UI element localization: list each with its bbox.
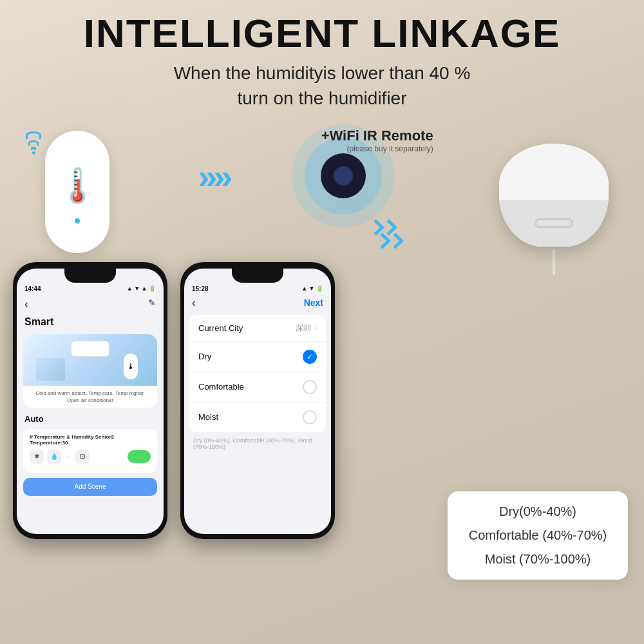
moist-label: Moist (198, 412, 218, 422)
phone-1-card: 🌡 Cold and warm detect, Temp care, Temp … (23, 334, 157, 408)
info-box: Dry(0%-40%) Comfortable (40%-70%) Moist … (448, 491, 628, 580)
speaker-ring (535, 218, 573, 228)
phone-1-signal: ▲ ▼ ▲ 🔋 (127, 285, 156, 292)
header: INTELLIGENT LINKAGE When the humidityis … (0, 0, 644, 111)
phone-2-screen: 15:28 ▲ ▼ 🔋 ‹ Next Current City 深圳 › (184, 269, 331, 534)
phone-1: 14:44 ▲ ▼ ▲ 🔋 ‹ ✎ Smart 🌡 Cold and warm … (13, 262, 167, 539)
sensor-device: 🌡️ (45, 131, 109, 253)
phone-1-screen: 14:44 ▲ ▼ ▲ 🔋 ‹ ✎ Smart 🌡 Cold and warm … (17, 269, 164, 534)
next-button[interactable]: Next (304, 298, 323, 308)
phone-1-back-button[interactable]: ‹ (24, 298, 28, 311)
redirect-arrows (370, 222, 401, 247)
subtitle-line1: When the humidityis lower than 40 % (0, 61, 644, 86)
current-city-value: 深圳 › (296, 323, 317, 334)
comfortable-item[interactable]: Comfortable (189, 372, 326, 402)
current-city-item[interactable]: Current City 深圳 › (189, 315, 326, 342)
sensor-indicator (75, 218, 80, 223)
phone-2: 15:28 ▲ ▼ 🔋 ‹ Next Current City 深圳 › (180, 262, 335, 539)
plug-icon: ⊡ (75, 450, 90, 464)
dry-label: Dry (198, 352, 211, 361)
subtitle: When the humidityis lower than 40 % turn… (0, 61, 644, 111)
phone-1-rule-card: If Temperature & Humidity Senior2 Temper… (23, 429, 157, 473)
phone-2-back-button[interactable]: ‹ (192, 296, 196, 310)
current-city-label: Current City (198, 323, 243, 333)
ir-remote-subtitle: (please buy it separately) (321, 144, 433, 153)
phone-1-card-image: 🌡 (23, 334, 157, 386)
smart-speaker (483, 144, 625, 275)
dry-check-icon: ✓ (303, 350, 317, 364)
phone-1-rule-row: ❄ 💧 → ⊡ (30, 450, 151, 464)
ir-remote-label: +WiFi IR Remote (please buy it separatel… (321, 128, 433, 153)
city-name: 深圳 (296, 323, 311, 334)
arrows-area: »» (198, 156, 229, 196)
add-scene-button[interactable]: Add Scene (23, 478, 157, 496)
dry-item[interactable]: Dry ✓ (189, 342, 326, 372)
sensor-area: 🌡️ (19, 131, 135, 253)
humidity-icon: 💧 (47, 450, 61, 464)
speaker-bottom (499, 200, 609, 247)
info-item-comfortable: Comfortable (40%-70%) (467, 528, 609, 543)
moist-item[interactable]: Moist (189, 402, 326, 432)
wifi-signal-icon (26, 124, 41, 156)
phone-2-notch (232, 269, 283, 283)
ir-remote-area: +WiFi IR Remote (please buy it separatel… (292, 124, 421, 227)
chevron-right-icon: › (314, 323, 317, 332)
phone-1-time: 14:44 (24, 285, 41, 292)
arrow-icon: → (64, 452, 72, 461)
sofa-icon (36, 358, 65, 381)
main-title: INTELLIGENT LINKAGE (0, 12, 644, 55)
speaker-body (499, 144, 609, 247)
thermometer-icon: 🌡️ (57, 166, 99, 205)
ir-remote-title: +WiFi IR Remote (321, 128, 433, 144)
humidity-hint: Dry (0%-40%), Comfortable (40%-70%), Moi… (184, 432, 331, 455)
speaker-top (499, 144, 609, 200)
phone-1-section-title: Smart (17, 314, 164, 330)
phone-2-signal: ▲ ▼ 🔋 (301, 285, 323, 292)
snowflake-icon: ❄ (30, 450, 44, 464)
info-item-moist: Moist (70%-100%) (467, 552, 609, 567)
comfortable-radio[interactable] (303, 380, 317, 394)
comfortable-label: Comfortable (198, 382, 244, 392)
phone-2-list: Current City 深圳 › Dry ✓ Comfortable (189, 315, 326, 432)
moist-radio[interactable] (303, 410, 317, 424)
phone-1-nav: ‹ ✎ (17, 295, 164, 314)
phone-2-nav: ‹ Next (184, 295, 331, 315)
sensor-small-icon: 🌡 (124, 354, 138, 379)
speaker-cable (553, 249, 555, 275)
subtitle-line2: turn on the humidifier (0, 86, 644, 111)
info-item-dry: Dry(0%-40%) (467, 504, 609, 519)
ir-device-center (334, 166, 353, 185)
phone-2-time: 15:28 (192, 285, 209, 292)
phone-1-notch (64, 269, 116, 283)
page-content: INTELLIGENT LINKAGE When the humidityis … (0, 0, 644, 644)
ir-remote-device (321, 153, 366, 198)
forward-arrows-icon: »» (198, 156, 229, 196)
middle-section: 🌡️ »» (0, 118, 644, 275)
phone-1-auto-label: Auto (17, 412, 164, 426)
phone-1-toggle[interactable] (128, 450, 151, 463)
phone-1-edit-button[interactable]: ✎ (148, 298, 156, 311)
ac-unit-icon (71, 341, 109, 357)
phone-1-rule-title: If Temperature & Humidity Senior2 Temper… (30, 434, 151, 446)
phone-1-card-desc: Cold and warm detect, Temp care, Temp hi… (23, 386, 157, 408)
